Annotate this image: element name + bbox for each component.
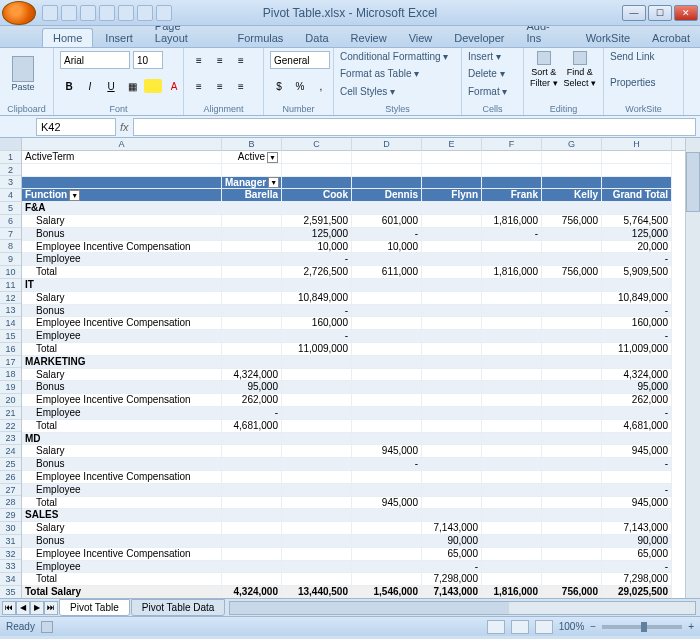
cell[interactable]: 29,025,500	[602, 586, 672, 598]
cell[interactable]: -	[602, 253, 672, 266]
macro-icon[interactable]	[41, 621, 53, 633]
cell[interactable]	[422, 151, 482, 164]
cell[interactable]	[482, 369, 542, 382]
cell[interactable]	[352, 509, 422, 522]
row-header[interactable]: 14	[0, 317, 21, 330]
cell[interactable]	[542, 164, 602, 177]
cell[interactable]	[542, 548, 602, 561]
cell[interactable]: 7,143,000	[422, 522, 482, 535]
cell[interactable]: F&A	[22, 202, 222, 215]
filter-dropdown-icon[interactable]: ▼	[69, 190, 80, 201]
cell[interactable]: 945,000	[602, 445, 672, 458]
ribbon-tab-worksite[interactable]: WorkSite	[576, 29, 640, 47]
row-header[interactable]: 33	[0, 560, 21, 573]
column-header[interactable]: G	[542, 138, 602, 151]
ribbon-tab-acrobat[interactable]: Acrobat	[642, 29, 700, 47]
cell[interactable]: Employee	[22, 407, 222, 420]
cell[interactable]	[352, 369, 422, 382]
cell[interactable]: 10,000	[282, 241, 352, 254]
cell[interactable]	[482, 279, 542, 292]
cell[interactable]: Employee	[22, 253, 222, 266]
vertical-scrollbar[interactable]	[685, 138, 700, 598]
cell[interactable]	[542, 292, 602, 305]
row-header[interactable]: 25	[0, 458, 21, 471]
cell[interactable]: -	[422, 561, 482, 574]
column-header[interactable]: H	[602, 138, 672, 151]
cell[interactable]	[352, 279, 422, 292]
name-box[interactable]	[36, 118, 116, 136]
cell[interactable]	[282, 202, 352, 215]
cell[interactable]	[602, 202, 672, 215]
cell[interactable]	[22, 164, 222, 177]
cell[interactable]	[352, 356, 422, 369]
conditional-formatting-button[interactable]: Conditional Formatting ▾	[340, 51, 455, 62]
cell[interactable]	[422, 471, 482, 484]
properties-button[interactable]: Properties	[610, 77, 677, 88]
cell[interactable]	[422, 497, 482, 510]
delete-button[interactable]: Delete ▾	[468, 68, 517, 79]
cell[interactable]	[222, 433, 282, 446]
cell[interactable]: -	[352, 228, 422, 241]
row-header[interactable]: 19	[0, 381, 21, 394]
cell[interactable]	[222, 202, 282, 215]
cell[interactable]: 756,000	[542, 266, 602, 279]
row-header[interactable]: 21	[0, 407, 21, 420]
cell[interactable]	[422, 484, 482, 497]
cell[interactable]: 10,849,000	[602, 292, 672, 305]
row-header[interactable]: 22	[0, 420, 21, 433]
cell[interactable]	[422, 266, 482, 279]
cell[interactable]	[482, 317, 542, 330]
cell[interactable]: 2,726,500	[282, 266, 352, 279]
cell[interactable]	[22, 177, 222, 190]
qat-print-icon[interactable]	[99, 5, 115, 21]
ribbon-tab-developer[interactable]: Developer	[444, 29, 514, 47]
cell[interactable]: 7,143,000	[422, 586, 482, 598]
cell[interactable]: MD	[22, 433, 222, 446]
cell[interactable]	[222, 228, 282, 241]
cell[interactable]	[282, 548, 352, 561]
cell[interactable]: Employee Incentive Compensation	[22, 548, 222, 561]
cell[interactable]: Bonus	[22, 228, 222, 241]
cell[interactable]: -	[282, 305, 352, 318]
cell[interactable]	[602, 151, 672, 164]
cell[interactable]	[542, 445, 602, 458]
zoom-out-button[interactable]: −	[590, 621, 596, 632]
cell[interactable]	[542, 535, 602, 548]
cell[interactable]	[482, 484, 542, 497]
cell[interactable]: 160,000	[602, 317, 672, 330]
cell[interactable]	[542, 420, 602, 433]
cell[interactable]	[482, 433, 542, 446]
ribbon-tab-review[interactable]: Review	[341, 29, 397, 47]
qat-undo-icon[interactable]	[61, 5, 77, 21]
cell[interactable]	[352, 292, 422, 305]
cell[interactable]	[422, 164, 482, 177]
cell[interactable]	[352, 177, 422, 190]
sort-filter-button[interactable]: Sort &Filter ▾	[530, 51, 558, 89]
cell[interactable]	[482, 573, 542, 586]
cell[interactable]	[482, 202, 542, 215]
column-header[interactable]: A	[22, 138, 222, 151]
cell[interactable]	[542, 202, 602, 215]
tab-nav-next-icon[interactable]: ▶	[30, 601, 44, 615]
view-layout-icon[interactable]	[511, 620, 529, 634]
cell[interactable]: Total Salary	[22, 586, 222, 598]
cell[interactable]	[422, 253, 482, 266]
column-header[interactable]: C	[282, 138, 352, 151]
bold-button[interactable]: B	[60, 77, 78, 95]
row-header[interactable]: 11	[0, 279, 21, 292]
number-format-select[interactable]	[270, 51, 330, 69]
cell[interactable]: 65,000	[602, 548, 672, 561]
row-header[interactable]: 18	[0, 368, 21, 381]
cell[interactable]: Salary	[22, 445, 222, 458]
cell[interactable]: 10,000	[352, 241, 422, 254]
cell[interactable]: MARKETING	[22, 356, 222, 369]
column-header[interactable]: B	[222, 138, 282, 151]
column-header[interactable]: F	[482, 138, 542, 151]
cell[interactable]: 90,000	[602, 535, 672, 548]
cell[interactable]: 20,000	[602, 241, 672, 254]
cell[interactable]	[542, 330, 602, 343]
cell[interactable]: 945,000	[352, 497, 422, 510]
cell[interactable]	[482, 253, 542, 266]
cell[interactable]: 10,849,000	[282, 292, 352, 305]
minimize-button[interactable]: —	[622, 5, 646, 21]
